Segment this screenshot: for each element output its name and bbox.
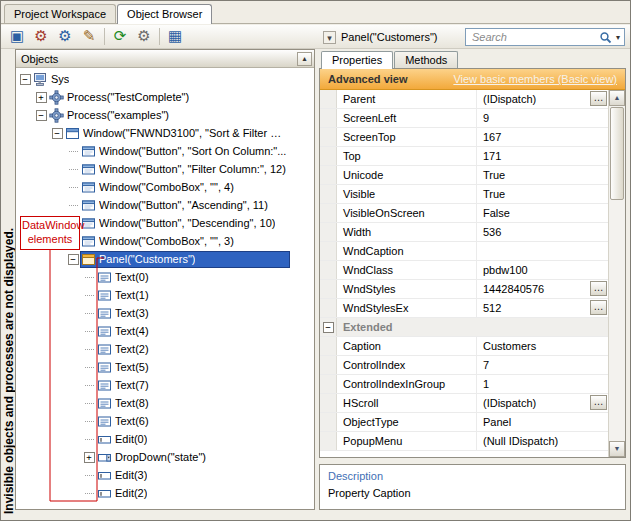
tree-item[interactable]: Text(0) <box>16 268 314 286</box>
property-value[interactable]: True <box>477 166 608 184</box>
text-icon <box>97 396 112 411</box>
search-box[interactable]: ▾ <box>465 28 625 46</box>
property-group-row[interactable]: −Extended <box>320 318 608 337</box>
tree-item[interactable]: Window("Button", "Filter Column:", 12) <box>16 160 314 178</box>
tree-item[interactable]: Text(5) <box>16 358 314 376</box>
expand-toggle[interactable]: + <box>84 452 95 463</box>
ellipsis-button[interactable]: … <box>590 395 607 410</box>
property-row[interactable]: UnicodeTrue <box>320 166 608 185</box>
tree-item[interactable]: −Window("FNWND3100", "Sort & Filter Ex..… <box>16 124 314 142</box>
property-row[interactable]: VisibleTrue <box>320 185 608 204</box>
tree-item[interactable]: Text(2) <box>16 340 314 358</box>
map-object-button[interactable]: ⚙ <box>53 26 77 48</box>
grid-gutter <box>320 242 337 260</box>
property-row[interactable]: VisibleOnScreenFalse <box>320 204 608 223</box>
tree-item[interactable]: Text(4) <box>16 322 314 340</box>
tree-item[interactable]: Text(8) <box>16 394 314 412</box>
tree-item[interactable]: Text(7) <box>16 376 314 394</box>
expand-toggle[interactable]: + <box>36 92 47 103</box>
object-selector[interactable]: ▾ Panel("Customers") <box>323 29 437 45</box>
ellipsis-button[interactable]: … <box>590 281 607 296</box>
scrollbar-thumb[interactable] <box>610 107 624 200</box>
property-value[interactable]: 1 <box>477 375 608 393</box>
property-value[interactable]: 512… <box>477 299 608 317</box>
tree-item[interactable]: Text(3) <box>16 304 314 322</box>
property-value[interactable]: 171 <box>477 147 608 165</box>
tab-properties[interactable]: Properties <box>321 51 393 69</box>
collapse-toggle[interactable]: − <box>36 110 47 121</box>
text-icon <box>97 414 112 429</box>
pause-button[interactable]: ⚙ <box>132 26 156 48</box>
tree-item[interactable]: −Panel("Customers") <box>16 250 314 268</box>
tab-object-browser[interactable]: Object Browser <box>117 4 212 24</box>
collapse-toggle[interactable]: − <box>52 128 63 139</box>
tree-item[interactable]: Window("Button", "Sort On Column:"... <box>16 142 314 160</box>
property-value[interactable]: 9 <box>477 109 608 127</box>
search-input[interactable] <box>470 30 595 44</box>
scroll-up-button[interactable]: ▲ <box>609 90 625 106</box>
tree-item[interactable]: Window("ComboBox", "", 4) <box>16 178 314 196</box>
property-value[interactable]: Customers <box>477 337 608 355</box>
property-value[interactable]: 7 <box>477 356 608 374</box>
property-row[interactable]: Top171 <box>320 147 608 166</box>
collapse-panel-button[interactable]: ▴ <box>297 52 312 66</box>
tree-item[interactable]: Text(6) <box>16 412 314 430</box>
property-row[interactable]: PopupMenu(Null IDispatch) <box>320 432 608 451</box>
tree-item[interactable]: Window("Button", "Ascending", 11) <box>16 196 314 214</box>
scroll-down-button[interactable]: ▼ <box>609 441 625 457</box>
ellipsis-button[interactable]: … <box>590 300 607 315</box>
property-row[interactable]: Width536 <box>320 223 608 242</box>
property-row[interactable]: Parent(IDispatch)… <box>320 90 608 109</box>
save-snapshot-button[interactable]: ▦ <box>163 26 187 48</box>
search-options-arrow-icon[interactable]: ▾ <box>616 33 620 42</box>
property-row[interactable]: WndCaption <box>320 242 608 261</box>
property-row[interactable]: ScreenTop167 <box>320 128 608 147</box>
property-value[interactable]: False <box>477 204 608 222</box>
object-spy-button[interactable]: ✎ <box>77 26 101 48</box>
property-value[interactable]: pbdw100 <box>477 261 608 279</box>
tree-item[interactable]: Edit(0) <box>16 430 314 448</box>
tree-item[interactable]: −Sys <box>16 70 314 88</box>
property-value[interactable]: 536 <box>477 223 608 241</box>
tree-guide-line <box>82 367 96 368</box>
add-object-button[interactable]: ⚙ <box>29 26 53 48</box>
property-row[interactable]: ControlIndex7 <box>320 356 608 375</box>
tree-item[interactable]: Edit(3) <box>16 466 314 484</box>
property-row[interactable]: WndStyles1442840576… <box>320 280 608 299</box>
search-icon[interactable] <box>599 31 612 44</box>
properties-scrollbar[interactable]: ▲ ▼ <box>608 90 625 457</box>
tree-item[interactable]: Text(1) <box>16 286 314 304</box>
refresh-button[interactable]: ⟳ <box>108 26 132 48</box>
tree-item[interactable]: +DropDown("state") <box>16 448 314 466</box>
highlight-object-button[interactable]: ▣ <box>5 26 29 48</box>
tab-project-workspace[interactable]: Project Workspace <box>4 4 116 23</box>
tree-item[interactable]: +Process("TestComplete") <box>16 88 314 106</box>
property-value[interactable]: (IDispatch)… <box>477 394 608 412</box>
property-row[interactable]: CaptionCustomers <box>320 337 608 356</box>
property-value[interactable]: 167 <box>477 128 608 146</box>
tree-item[interactable]: −Process("examples") <box>16 106 314 124</box>
property-value[interactable]: True <box>477 185 608 203</box>
property-value[interactable]: (IDispatch)… <box>477 90 608 108</box>
basic-view-link[interactable]: View basic members (Basic view) <box>453 73 617 85</box>
description-text: Property Caption <box>328 487 617 499</box>
property-value[interactable]: (Null IDispatch) <box>477 432 608 450</box>
property-row[interactable]: WndStylesEx512… <box>320 299 608 318</box>
property-row[interactable]: ObjectTypePanel <box>320 413 608 432</box>
property-row[interactable]: ControlIndexInGroup1 <box>320 375 608 394</box>
property-row[interactable]: ScreenLeft9 <box>320 109 608 128</box>
property-row[interactable]: HScroll(IDispatch)… <box>320 394 608 413</box>
control-icon <box>81 162 96 177</box>
tab-methods[interactable]: Methods <box>394 51 458 68</box>
property-value[interactable]: 1442840576… <box>477 280 608 298</box>
ellipsis-button[interactable]: … <box>590 91 607 106</box>
collapse-toggle[interactable]: − <box>20 74 31 85</box>
property-value[interactable] <box>477 242 608 260</box>
property-name: ControlIndex <box>337 356 477 374</box>
property-row[interactable]: WndClasspbdw100 <box>320 261 608 280</box>
collapse-toggle[interactable]: − <box>68 254 79 265</box>
property-value[interactable]: Panel <box>477 413 608 431</box>
collapse-toggle[interactable]: − <box>323 322 334 333</box>
tree-item[interactable]: Edit(2) <box>16 484 314 502</box>
pause-icon: ⚙ <box>137 29 150 44</box>
